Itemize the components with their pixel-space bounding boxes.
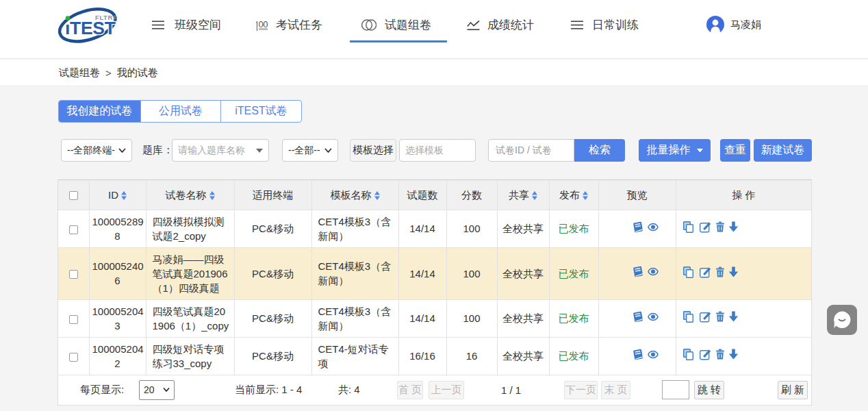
svg-text:00: 00 bbox=[259, 21, 268, 29]
svg-text:ıTEST: ıTEST bbox=[65, 18, 116, 38]
